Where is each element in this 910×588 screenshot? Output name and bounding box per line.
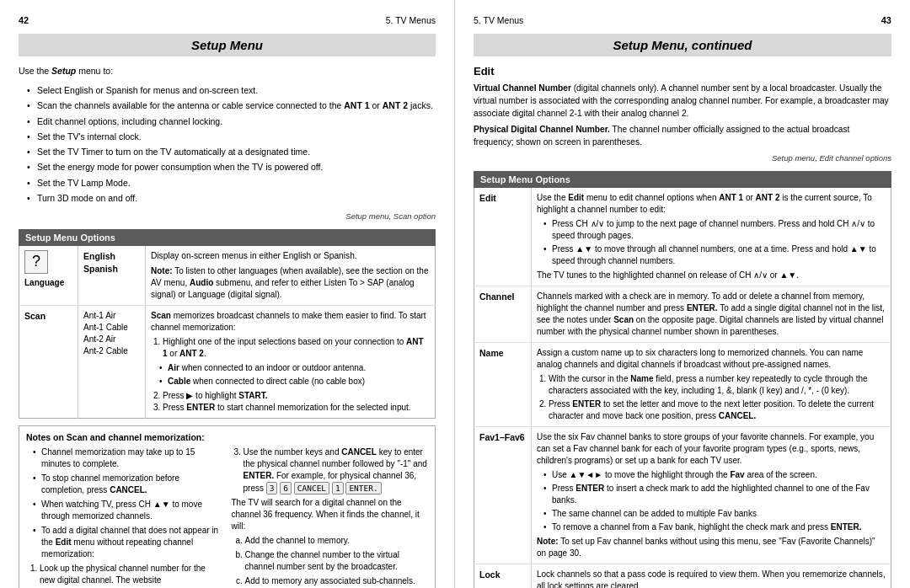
- note-right-steps: Use the number keys and CANCEL key to en…: [232, 446, 429, 494]
- left-page-number: 42: [19, 15, 29, 25]
- scan-label-cell: Scan: [19, 306, 78, 419]
- right-options-table: Edit Use the Edit menu to edit channel o…: [474, 188, 891, 588]
- note-r-b: Change the channel number to the virtual…: [245, 549, 429, 573]
- intro-text: Use the Setup menu to:: [19, 65, 436, 78]
- scan-bullet-cable: •Cable when connected to direct cable (n…: [159, 376, 430, 388]
- right-table-header: Setup Menu Options: [474, 171, 891, 188]
- left-section-title: Setup Menu: [19, 34, 436, 56]
- scan-step-2: Press ▶ to highlight START.: [163, 390, 430, 402]
- lang-note: Note: To listen to other languages (when…: [151, 265, 430, 301]
- edit-para-1: Virtual Channel Number (digital channels…: [474, 83, 891, 120]
- right-header: 5. TV Menus 43: [474, 15, 891, 25]
- right-row-edit: Edit Use the Edit menu to edit channel o…: [474, 188, 891, 286]
- bullet-6: Set the energy mode for power consumptio…: [27, 161, 436, 174]
- note-r-c: Add to memory any associated sub-channel…: [245, 575, 429, 587]
- right-edit-desc-cell: Use the Edit menu to edit channel option…: [532, 188, 891, 286]
- right-row-lock: Lock Lock channels so that a pass code i…: [474, 564, 891, 588]
- left-page: 42 5. TV Menus Setup Menu Use the Setup …: [0, 0, 455, 588]
- right-page-number: 43: [881, 15, 891, 25]
- scan-ant2-cable: Ant-2 Cable: [83, 345, 140, 357]
- key-1: 1: [332, 482, 344, 494]
- right-fav-b3: •The same channel can be added to multip…: [543, 508, 886, 520]
- right-channel-desc-cell: Channels marked with a check are in memo…: [532, 286, 891, 342]
- left-table-header: Setup Menu Options: [19, 229, 436, 246]
- scan-desc-intro: Scan memorizes broadcast channels to mak…: [151, 310, 430, 334]
- right-lock-label-cell: Lock: [474, 564, 532, 588]
- right-row-channel: Channel Channels marked with a check are…: [474, 286, 891, 342]
- bullet-3: Edit channel options, including channel …: [27, 115, 436, 128]
- right-section-title: Setup Menu, continued: [474, 34, 891, 56]
- right-page: 5. TV Menus 43 Setup Menu, continued Edi…: [455, 0, 910, 588]
- right-fav-label: Fav1–Fav6: [479, 431, 526, 444]
- note-1: Channel memorization may take up to 15 m…: [33, 446, 223, 470]
- scan-ant2-air: Ant-2 Air: [83, 334, 140, 345]
- right-edit-label: Edit: [479, 192, 526, 205]
- right-name-desc-cell: Assign a custom name up to six character…: [532, 342, 891, 426]
- left-options-table: ? Language English Spanish Display on-sc…: [19, 246, 436, 419]
- note-3: When watching TV, press CH ▲▼ to move th…: [33, 499, 223, 522]
- note-2: To stop channel memorization before comp…: [33, 473, 223, 496]
- note-4: To add a digital channel that does not a…: [33, 525, 223, 560]
- edit-section-title: Edit: [474, 65, 891, 78]
- right-fav-b4: •To remove a channel from a Fav bank, hi…: [543, 521, 886, 533]
- right-edit-label-cell: Edit: [474, 188, 532, 286]
- scan-sub-cell: Ant-1 Air Ant-1 Cable Ant-2 Air Ant-2 Ca…: [78, 306, 146, 419]
- scan-ant1-cable: Ant-1 Cable: [83, 322, 140, 334]
- bullet-set-mode: Set the TV Lamp Mode.: [27, 177, 436, 190]
- lang-desc-cell: Display on-screen menus in either Englis…: [146, 246, 436, 306]
- key-3: 3: [266, 482, 278, 494]
- lang-label: Language: [24, 277, 72, 289]
- right-name-step-2: Press ENTER to set the letter and move t…: [549, 398, 886, 422]
- notes-title: Notes on Scan and channel memorization:: [26, 431, 428, 444]
- question-icon: ?: [24, 250, 48, 274]
- scan-steps: Highlight one of the input selections ba…: [151, 336, 430, 360]
- right-name-label-cell: Name: [474, 342, 532, 426]
- right-fav-b1: •Use ▲▼◄► to move the highlight through …: [543, 469, 886, 481]
- key-enter: ENTER.: [345, 482, 381, 494]
- language-label-cell: ? Language: [19, 246, 78, 306]
- right-edit-intro: Use the Edit menu to edit channel option…: [537, 192, 886, 216]
- bullet-8: Turn 3D mode on and off.: [27, 192, 436, 205]
- lang-cell: ?: [24, 250, 72, 274]
- right-fav-bullets: •Use ▲▼◄► to move the highlight through …: [537, 469, 886, 533]
- edit-para-2: Physical Digital Channel Number. The cha…: [474, 124, 891, 149]
- right-lock-intro: Lock channels so that a pass code is req…: [537, 569, 886, 588]
- table-row-language: ? Language English Spanish Display on-sc…: [19, 246, 436, 306]
- note-sub-steps: Look up the physical channel number for …: [26, 563, 223, 588]
- note-sub-1: Look up the physical channel number for …: [40, 563, 223, 588]
- note-r-1: Use the number keys and CANCEL key to en…: [244, 446, 429, 494]
- table-row-scan: Scan Ant-1 Air Ant-1 Cable Ant-2 Air Ant…: [19, 306, 436, 419]
- key-6: 6: [280, 482, 292, 494]
- right-row-name: Name Assign a custom name up to six char…: [474, 342, 891, 426]
- left-chapter: 5. TV Menus: [386, 15, 436, 25]
- right-lock-desc-cell: Lock channels so that a pass code is req…: [532, 564, 891, 588]
- right-row-fav: Fav1–Fav6 Use the six Fav channel banks …: [474, 426, 891, 564]
- bullet-5: Set the TV Timer to turn on the TV autom…: [27, 146, 436, 158]
- right-channel-desc: Channels marked with a check are in memo…: [537, 291, 886, 338]
- note-list-left: Channel memorization may take up to 15 m…: [26, 446, 223, 560]
- right-name-label: Name: [479, 347, 526, 360]
- scan-ant1-air: Ant-1 Air: [83, 310, 140, 322]
- note-r-a: Add the channel to memory.: [245, 535, 429, 547]
- notes-box: Notes on Scan and channel memorization: …: [19, 425, 436, 588]
- note-r-abc: Add the channel to memory. Change the ch…: [232, 535, 429, 587]
- bullet-2: Scan the channels available for the ante…: [27, 99, 436, 112]
- lang-values-cell: English Spanish: [78, 246, 146, 306]
- right-channel-label: Channel: [479, 291, 526, 303]
- lang-desc: Display on-screen menus in either Englis…: [151, 250, 430, 262]
- scan-step-3: Press ENTER to start channel memorizatio…: [163, 402, 430, 414]
- note-col-left: Channel memorization may take up to 15 m…: [26, 446, 223, 588]
- right-edit-b1: •Press CH ∧/∨ to jump to the next page o…: [543, 218, 886, 242]
- right-chapter: 5. TV Menus: [474, 15, 523, 25]
- lang-spanish: Spanish: [83, 263, 140, 275]
- right-name-step-1: With the cursor in the Name field, press…: [549, 373, 886, 397]
- note-r-para: The TV will search for a digital channel…: [232, 497, 429, 532]
- bullet-1: Select English or Spanish for menus and …: [27, 84, 436, 97]
- right-fav-intro: Use the six Fav channel banks to store g…: [537, 431, 886, 467]
- intro-bullets: Select English or Spanish for menus and …: [27, 84, 436, 205]
- left-header: 42 5. TV Menus: [19, 15, 436, 25]
- edit-caption: Setup menu, Edit channel options: [474, 153, 891, 163]
- right-fav-note: Note: To set up Fav channel banks withou…: [537, 536, 886, 559]
- right-fav-desc-cell: Use the six Fav channel banks to store g…: [532, 426, 891, 564]
- right-fav-b2: •Press ENTER to insert a check mark to a…: [543, 483, 886, 506]
